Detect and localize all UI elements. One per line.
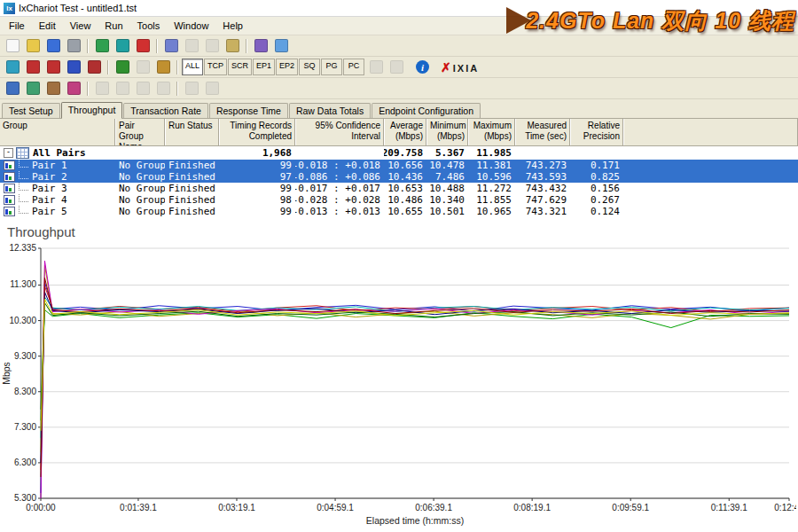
tab-response-time[interactable]: Response Time [209,103,288,118]
group-label: Pair 2 [32,171,67,183]
column-header-records[interactable]: Timing Records Completed [219,119,295,145]
filter-scr[interactable]: SCR [228,59,252,75]
cell-group: Pair 5 [0,206,115,217]
cell-minimum: 5.367 [426,147,468,159]
tab-endpoint-configuration[interactable]: Endpoint Configuration [372,103,481,118]
cell-time: 743.321 [515,206,570,217]
menu-bar: FileEditViewRunToolsWindowHelp [0,17,798,35]
add-endpoint-pair-icon[interactable] [92,36,112,56]
pair-chart-icon [4,195,15,205]
cell-average: 10.655 [384,206,426,217]
filter-sq[interactable]: SQ [299,59,320,75]
save-test-icon[interactable] [43,36,63,56]
filter-pc[interactable]: PC [343,59,364,75]
menu-tools[interactable]: Tools [130,18,168,34]
open-test-icon[interactable] [23,36,43,56]
table-row-pair-1[interactable]: Pair 1No GroupFinished99-0.018 : +0.0181… [0,160,798,171]
column-header-status[interactable]: Run Status [165,119,219,145]
tab-raw-data-totals[interactable]: Raw Data Totals [289,103,371,118]
filter-pg[interactable]: PG [321,59,342,75]
tab-throughput[interactable]: Throughput [61,102,123,119]
column-header-pair_group[interactable]: Pair Group Name [115,119,165,145]
menu-help[interactable]: Help [215,18,250,34]
add-multicast-group-icon[interactable] [43,58,63,77]
column-header-minimum[interactable]: Minimum (Mbps) [426,119,468,145]
menu-view[interactable]: View [63,18,98,34]
cell-maximum: 11.985 [468,147,515,159]
rename-group-icon[interactable] [64,79,83,98]
cell-status: Finished [165,160,219,171]
series-pair-2 [41,310,789,421]
column-header-confidence[interactable]: 95% Confidence Interval [295,119,384,145]
tree-branch [19,194,28,202]
menu-edit[interactable]: Edit [32,18,63,34]
x-tick-label: 0:01:39.1 [120,503,157,512]
paste-icon[interactable] [223,36,242,56]
edit-pair-icon[interactable] [64,58,83,77]
x-tick-label: 0:03:19.1 [218,503,255,512]
cell-time: 743.273 [515,160,570,171]
table-row-pair-3[interactable]: Pair 3No GroupFinished99-0.017 : +0.0171… [0,183,798,194]
column-header-filler [623,119,798,145]
menu-file[interactable]: File [2,18,32,34]
toolbar-separator [107,60,109,74]
tab-transaction-rate[interactable]: Transaction Rate [123,103,208,118]
stop-run-icon [133,58,153,77]
ixia-brand-text: IXIA [453,63,479,74]
delete-pair-icon[interactable] [84,58,104,77]
menu-window[interactable]: Window [167,18,215,34]
view-comparison-icon[interactable] [251,36,270,56]
filter-tcp[interactable]: TCP [204,59,227,75]
x-tick-label: 0:06:39.1 [415,503,452,512]
toolbar-separator [176,82,178,96]
column-header-group[interactable]: Group [0,119,115,145]
view-tab-bar: Test SetupThroughputTransaction RateResp… [0,99,798,119]
group-label: Pair 1 [32,160,67,171]
add-group-icon[interactable] [3,79,22,98]
chart-section-title: Throughput [0,217,798,241]
group-label: Pair 4 [32,194,67,206]
cell-minimum: 10.501 [426,206,468,217]
filter-ep2[interactable]: EP2 [276,59,298,75]
tab-test-setup[interactable]: Test Setup [2,103,60,118]
info-icon[interactable]: i [416,60,429,74]
group-label: Pair 5 [32,206,67,217]
filter-all[interactable]: ALL [182,59,203,75]
poll-endpoints-icon[interactable] [153,58,173,77]
cell-average: 209.758 [384,147,426,159]
cell-average: 10.486 [384,194,426,206]
y-tick-label: 7.300 [14,422,36,432]
title-bar: Ix IxChariot Test - untitled1.tst [0,0,798,17]
stop-test-icon[interactable] [133,36,153,56]
column-header-time[interactable]: Measured Time (sec) [515,119,570,145]
tree-branch [19,171,28,179]
undo-icon[interactable] [3,58,22,77]
column-header-maximum[interactable]: Maximum (Mbps) [468,119,515,145]
table-row-pair-2[interactable]: Pair 2No GroupFinished97-0.086 : +0.0861… [0,171,798,183]
cell-confidence: -0.018 : +0.018 [295,160,384,171]
series-pair-10 [41,300,789,431]
series-pair-7 [41,293,789,463]
expand-groups-icon[interactable] [23,79,43,98]
tree-expander-icon[interactable]: - [4,148,13,158]
throughput-chart: 12.33511.30010.3009.3008.3007.3006.3005.… [0,241,796,527]
column-header-average[interactable]: Average (Mbps) [384,119,426,145]
cell-minimum: 10.488 [426,183,468,194]
swap-endpoints-icon[interactable] [161,36,181,56]
add-pair-icon[interactable] [23,58,43,77]
run-test-icon[interactable] [113,58,132,77]
print-icon[interactable] [64,36,83,56]
filter-ep1[interactable]: EP1 [253,59,275,75]
table-row-pair-5[interactable]: Pair 5No GroupFinished99-0.013 : +0.0131… [0,206,798,217]
report-icon[interactable] [271,36,291,56]
table-row-all-pairs[interactable]: -All Pairs1,968209.7585.36711.985 [0,146,798,160]
collapse-groups-icon[interactable] [43,79,63,98]
table-row-pair-4[interactable]: Pair 4No GroupFinished98-0.028 : +0.0281… [0,194,798,206]
new-test-icon[interactable] [3,36,22,56]
menu-run[interactable]: Run [98,18,129,34]
replicate-pair-icon[interactable] [113,36,132,56]
cell-records: 97 [219,171,295,183]
cell-time: 743.593 [515,171,570,183]
column-header-precision[interactable]: Relative Precision [570,119,623,145]
cell-pair_group: No Group [115,183,165,194]
